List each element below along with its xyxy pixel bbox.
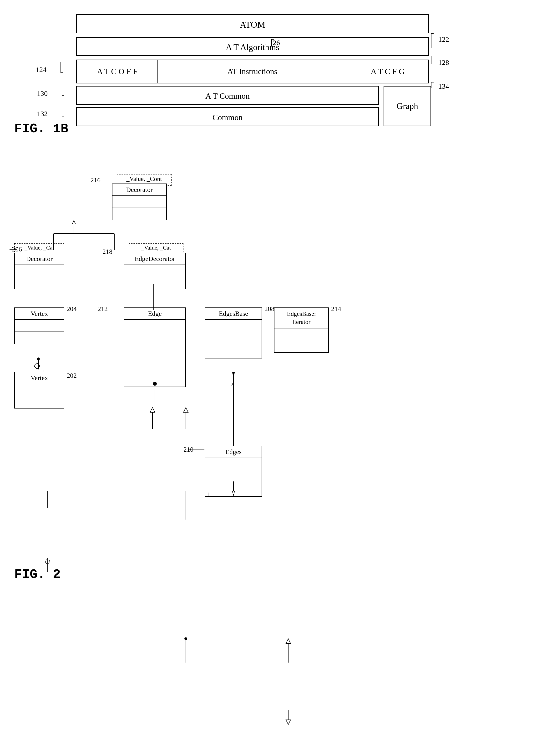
svg-marker-33 — [232, 382, 234, 386]
decorator-left-section1 — [15, 265, 64, 277]
atcoff-label: A T C O F F — [97, 67, 138, 76]
brace-122 — [429, 29, 448, 50]
row3-container: A T C O F F AT Instructions A T C F G — [76, 60, 429, 83]
decorator-top-box: Decorator — [112, 184, 167, 220]
label-218: 218 — [103, 248, 113, 255]
edge-decorator-template-text: _Value, _Cat — [141, 245, 171, 251]
edges-section2 — [205, 477, 262, 496]
svg-marker-3 — [184, 408, 188, 412]
edges-base-iterator-section1 — [274, 328, 328, 340]
edge-section1 — [124, 320, 185, 339]
decorator-left-header: Decorator — [15, 253, 64, 265]
vertex-lower-section2 — [15, 396, 64, 408]
edges-base-section2 — [205, 339, 262, 358]
fig2-connections — [0, 167, 547, 739]
atcfg-label: A T C F G — [371, 67, 404, 76]
edge-to-edges-composition — [153, 381, 234, 453]
edges-composition-1: 1 — [207, 491, 210, 498]
svg-marker-17 — [34, 363, 40, 369]
svg-marker-6 — [45, 559, 50, 564]
decorator-left-section2 — [15, 277, 64, 289]
edge-section2 — [124, 339, 185, 387]
brace-124 — [42, 60, 77, 75]
atcoff-box: A T C O F F — [77, 60, 158, 83]
svg-marker-28 — [232, 372, 235, 377]
fig1b-label: FIG. 1B — [14, 122, 68, 136]
at-algorithms-box: A T Algorithms — [76, 37, 429, 56]
svg-marker-22 — [72, 220, 76, 224]
brace-132 — [43, 107, 79, 119]
vertex-lower-header: Vertex — [15, 372, 64, 384]
label-216: 216 — [91, 176, 101, 184]
at-common-box: A T Common — [76, 86, 379, 105]
vertex-upper-section2 — [15, 332, 64, 344]
decorator-left-template-text: _Value, _Cat — [25, 245, 54, 251]
edges-header: Edges — [205, 446, 262, 458]
atom-label: ATOM — [240, 20, 266, 30]
edge-decorator-section2 — [124, 277, 185, 289]
decorator-top-section1 — [113, 196, 166, 208]
label-208: 208 — [265, 305, 274, 313]
edges-base-iterator-section2 — [274, 340, 328, 352]
decorator-top-template-text: _Value, _Cont — [127, 175, 162, 182]
label-204: 204 — [67, 305, 77, 313]
edge-decorator-box: EdgeDecorator — [124, 253, 186, 289]
brace-134 — [429, 79, 448, 91]
decorator-left-box: Decorator — [14, 253, 64, 289]
svg-marker-14 — [286, 720, 290, 725]
common-box: Common — [76, 107, 379, 126]
edge-header: Edge — [124, 308, 185, 320]
vertex-upper-header: Vertex — [15, 308, 64, 320]
edge-decorator-header: EdgeDecorator — [124, 253, 185, 265]
atom-box: ATOM — [76, 14, 429, 33]
label-214: 214 — [331, 305, 341, 313]
edge-box: Edge — [124, 307, 186, 387]
edges-base-iterator-header: EdgesBase:Iterator — [274, 308, 328, 328]
vertex-lower-box: Vertex — [14, 372, 64, 409]
fig2-label: FIG. 2 — [14, 567, 61, 582]
edges-base-iterator-box: EdgesBase:Iterator — [274, 307, 329, 353]
svg-marker-1 — [150, 408, 155, 412]
svg-point-9 — [185, 637, 187, 640]
edgesbase-to-edges-line — [232, 372, 235, 450]
label-210: 210 — [184, 446, 194, 453]
label-202: 202 — [67, 372, 77, 379]
composition-dot-vertex — [37, 358, 40, 360]
edges-base-box: EdgesBase — [205, 307, 262, 358]
diamond-vertex — [33, 362, 41, 369]
graph-label: Graph — [397, 101, 418, 111]
label-206: 206 — [12, 245, 22, 253]
edges-base-section1 — [205, 320, 262, 339]
vertex-upper-section1 — [15, 320, 64, 332]
vertex-lower-section1 — [15, 384, 64, 396]
at-common-label: A T Common — [205, 92, 250, 100]
bracket-126 — [260, 37, 276, 49]
brace-128 — [429, 52, 448, 67]
label-212: 212 — [98, 305, 108, 313]
atcfg-box: A T C F G — [347, 60, 428, 83]
decorator-top-header: Decorator — [113, 184, 166, 196]
brace-130 — [43, 86, 79, 98]
common-label: Common — [213, 113, 243, 122]
graph-box: Graph — [383, 86, 431, 126]
edge-decorator-section1 — [124, 265, 185, 277]
at-instructions-box: AT Instructions — [158, 60, 347, 83]
edges-section1 — [205, 458, 262, 477]
edges-base-header: EdgesBase — [205, 308, 262, 320]
decorator-top-section2 — [113, 208, 166, 220]
edges-box: Edges — [205, 446, 262, 497]
at-instructions-label: AT Instructions — [227, 67, 277, 76]
vertex-upper-box: Vertex — [14, 307, 64, 344]
svg-marker-11 — [286, 639, 290, 644]
